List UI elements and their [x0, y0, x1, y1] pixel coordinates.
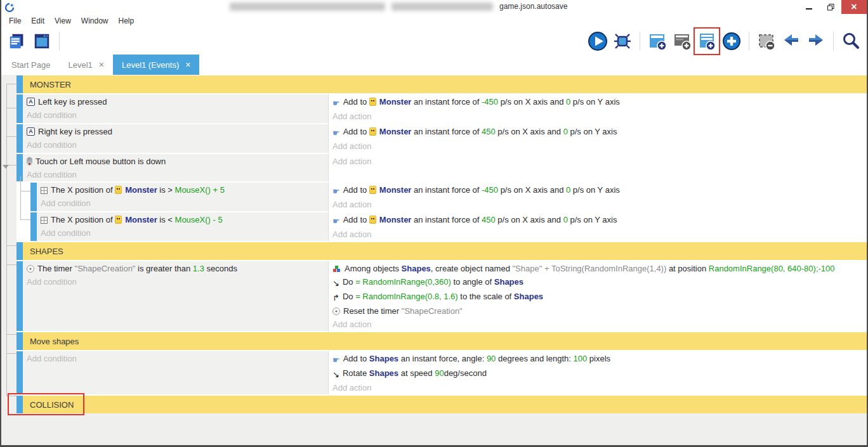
condition-right-key[interactable]: Right key is pressed: [23, 125, 328, 138]
close-tab-icon[interactable]: [185, 60, 190, 69]
collapse-expander-icon[interactable]: [3, 165, 9, 169]
position-icon: [41, 217, 48, 224]
add-comment-button[interactable]: [671, 30, 693, 52]
add-condition-link[interactable]: Add condition: [23, 352, 328, 365]
tab-level1[interactable]: Level1: [59, 55, 113, 75]
action-force-monster-left[interactable]: Add to Monster an instant force of -450 …: [329, 183, 867, 198]
group-title[interactable]: COLLISION: [23, 396, 867, 413]
delete-event-icon: [756, 31, 777, 51]
add-action-link[interactable]: Add action: [329, 381, 867, 394]
tree-line: [20, 219, 30, 220]
tab-label: Start Page: [11, 60, 50, 70]
close-tab-icon[interactable]: [99, 60, 104, 69]
condition-xposition-greater[interactable]: The X position of Monster is > MouseX() …: [37, 183, 328, 197]
tree-line: [6, 396, 16, 396]
tab-start-page[interactable]: Start Page: [3, 55, 59, 75]
condition-touch-mouse[interactable]: Touch or Left mouse button is down: [23, 155, 328, 168]
add-condition-link[interactable]: Add condition: [37, 197, 328, 210]
add-condition-link[interactable]: Add condition: [23, 108, 328, 122]
event-bar[interactable]: [16, 154, 23, 181]
tree-line: [6, 353, 16, 354]
event-bar[interactable]: [16, 396, 23, 413]
tab-label: Level1 (Events): [122, 60, 179, 70]
open-project-button[interactable]: [6, 30, 28, 52]
menu-help[interactable]: Help: [114, 15, 140, 27]
tree-line: [6, 264, 16, 265]
action-force-monster-left[interactable]: Add to Monster an instant force of -450 …: [329, 95, 867, 110]
force-hand-icon: [332, 185, 340, 198]
action-reset-timer-shapecreation[interactable]: Reset the timer "ShapeCreation": [329, 304, 867, 318]
add-comment-icon: [672, 31, 692, 51]
angle-arrow-icon: [332, 368, 339, 381]
add-action-link[interactable]: Add action: [329, 198, 867, 211]
tab-level1-events[interactable]: Level1 (Events): [113, 55, 200, 75]
menu-file[interactable]: File: [4, 15, 26, 27]
monster-object-icon: [369, 186, 376, 194]
action-force-monster-right[interactable]: Add to Monster an instant force of 450 p…: [329, 213, 867, 228]
add-condition-link[interactable]: Add condition: [23, 275, 328, 288]
group-title[interactable]: MONSTER: [23, 75, 867, 93]
event-bar[interactable]: [30, 212, 37, 241]
event-bar[interactable]: [16, 242, 23, 260]
add-action-link[interactable]: Add action: [329, 139, 867, 153]
add-condition-link[interactable]: Add condition: [23, 168, 328, 181]
monster-object-icon: [369, 216, 376, 224]
add-condition-link[interactable]: Add condition: [23, 138, 328, 152]
group-header-collision[interactable]: COLLISION: [16, 396, 867, 413]
condition-xposition-less[interactable]: The X position of Monster is < MouseX() …: [37, 213, 328, 226]
close-button[interactable]: [841, 0, 867, 14]
tree-line: [6, 84, 16, 84]
undo-button[interactable]: [780, 30, 802, 52]
restore-icon: [827, 4, 834, 11]
mouse-icon: [27, 157, 32, 165]
redo-button[interactable]: [805, 30, 827, 52]
redacted-title-block: [230, 3, 385, 11]
tree-line: [20, 176, 21, 219]
add-action-link[interactable]: Add action: [329, 110, 867, 123]
event-bar[interactable]: [30, 183, 37, 211]
menu-window[interactable]: Window: [76, 15, 114, 27]
timer-icon: [332, 308, 340, 315]
add-action-link[interactable]: Add action: [329, 318, 867, 331]
add-action-link[interactable]: Add action: [329, 228, 867, 241]
event-bar[interactable]: [16, 75, 23, 93]
group-header-move-shapes[interactable]: Move shapes: [16, 332, 867, 350]
group-title[interactable]: Move shapes: [23, 332, 867, 350]
action-force-shapes[interactable]: Add to Shapes an instant force, angle: 9…: [329, 352, 867, 366]
minimize-button[interactable]: [798, 0, 820, 14]
add-action-link[interactable]: Add action: [329, 155, 867, 168]
delete-event-button[interactable]: [756, 30, 777, 52]
event-bar[interactable]: [16, 124, 23, 153]
group-header-monster[interactable]: MONSTER: [16, 75, 867, 93]
keyboard-key-icon: [27, 98, 35, 106]
add-condition-link[interactable]: Add condition: [37, 226, 328, 240]
restore-button[interactable]: [820, 0, 841, 14]
window-title: game.json.autosave: [499, 2, 567, 11]
condition-left-key[interactable]: Left key is pressed: [23, 95, 328, 108]
tree-line: [6, 136, 16, 137]
action-random-angle-shapes[interactable]: Do = RandomInRange(0,360) to angle of Sh…: [329, 275, 867, 290]
action-force-monster-right[interactable]: Add to Monster an instant force of 450 p…: [329, 125, 867, 139]
add-other-event-button[interactable]: [721, 30, 742, 52]
add-subevent-button[interactable]: [696, 30, 718, 52]
event-bar[interactable]: [16, 261, 23, 331]
event-bar[interactable]: [16, 94, 23, 123]
menu-edit[interactable]: Edit: [26, 15, 49, 27]
search-button[interactable]: [840, 30, 862, 52]
debug-button[interactable]: [612, 30, 633, 52]
scene-editor-button[interactable]: [31, 30, 53, 52]
add-event-button[interactable]: [647, 30, 668, 52]
preview-play-icon: [588, 31, 608, 51]
group-header-shapes[interactable]: SHAPES: [16, 242, 867, 260]
group-title[interactable]: SHAPES: [23, 242, 867, 260]
event-bar[interactable]: [16, 351, 23, 394]
action-rotate-shapes[interactable]: Rotate Shapes at speed 90deg/second: [329, 366, 867, 381]
preview-play-button[interactable]: [587, 30, 608, 52]
action-create-shape-object[interactable]: Among objects Shapes, create object name…: [329, 262, 867, 275]
menu-view[interactable]: View: [49, 15, 76, 27]
force-hand-icon: [332, 214, 340, 228]
condition-timer-shapecreation[interactable]: The timer "ShapeCreation" is greater tha…: [23, 262, 328, 275]
action-random-scale-shapes[interactable]: Do = RandomInRange(0.8, 1.6) to the scal…: [329, 290, 867, 304]
menu-bar: File Edit View Window Help: [1, 14, 867, 27]
event-bar[interactable]: [16, 332, 23, 350]
